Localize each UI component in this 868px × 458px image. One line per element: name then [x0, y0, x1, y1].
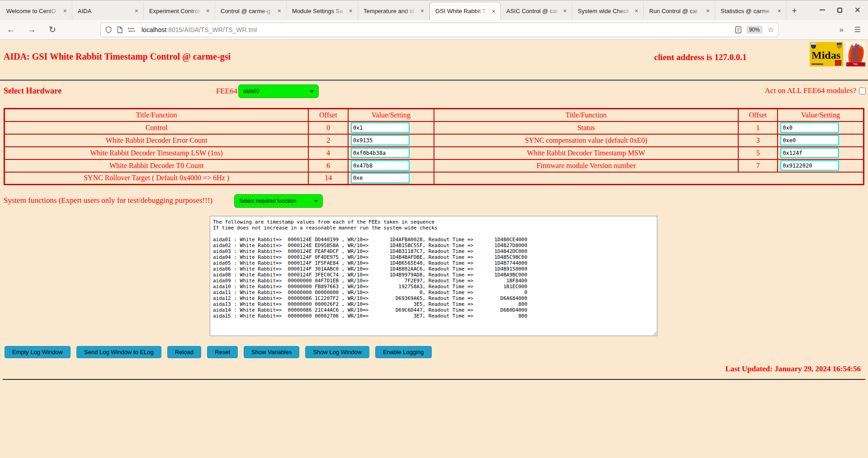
action-button[interactable]: Reset — [207, 346, 238, 358]
reader-mode-icon[interactable] — [735, 26, 741, 33]
tab-close-icon[interactable]: × — [562, 7, 568, 14]
table-row: Control 0 Status 1 — [5, 122, 864, 134]
register-title: White Rabbit Decoder T0 Count — [5, 159, 309, 172]
browser-tab[interactable]: Temperature and st × — [358, 2, 429, 20]
midas-logo-text: Midas — [811, 49, 840, 61]
bookmark-star-icon[interactable]: ☆ — [768, 25, 774, 34]
hamburger-menu-icon[interactable]: ☰ — [854, 25, 861, 34]
register-offset: 14 — [308, 172, 348, 185]
shield-emblem-icon — [837, 43, 842, 49]
tab-label: AIDA — [78, 8, 133, 14]
tab-label: Temperature and st — [363, 8, 419, 14]
action-buttons-row: Empty Log Window Send Log Window to ELog… — [5, 346, 868, 358]
register-offset: 5 — [738, 147, 778, 159]
close-icon[interactable]: ✕ — [854, 8, 861, 13]
register-value-input[interactable] — [351, 148, 410, 158]
tab-close-icon[interactable]: × — [276, 7, 283, 14]
register-title: Status — [434, 122, 738, 134]
browser-tab[interactable]: System wide Check × — [572, 2, 644, 20]
url-bar[interactable]: localhost:8015/AIDA/TS_WR/TS_WR.tml 90% … — [100, 23, 778, 37]
registers-table: Title/Function Offset Value/Setting Titl… — [4, 108, 864, 185]
tab-close-icon[interactable]: × — [419, 7, 425, 14]
forward-icon[interactable]: → — [26, 25, 37, 35]
minimize-icon[interactable] — [820, 9, 825, 10]
tab-close-icon[interactable]: × — [491, 8, 497, 15]
tab-label: GSI White Rabbit T — [435, 8, 491, 14]
register-value-input[interactable] — [351, 122, 410, 133]
browser-tab[interactable]: GSI White Rabbit T × — [429, 2, 501, 20]
action-button[interactable]: Show Log Window — [305, 346, 369, 358]
browser-tab[interactable]: Statistics @ carme × — [715, 2, 787, 20]
zoom-level-badge[interactable]: 90% — [746, 26, 763, 34]
tab-close-icon[interactable]: × — [62, 7, 68, 14]
tcl-feather-icon — [846, 42, 865, 63]
register-title: Firmware module Version number — [434, 159, 738, 172]
tab-close-icon[interactable]: × — [133, 7, 140, 14]
fee64-select-value: aida02 — [243, 88, 259, 94]
page-icon[interactable] — [117, 26, 123, 33]
register-offset: 7 — [738, 159, 778, 172]
tab-close-icon[interactable]: × — [205, 7, 211, 14]
system-functions-row: System functions (Expert users only for … — [0, 194, 868, 208]
overflow-menu-icon[interactable]: » — [840, 26, 843, 34]
tab-strip: Welcome to CentO × AIDA × Experiment Con… — [1, 0, 787, 20]
fee64-label: FEE64 — [216, 87, 237, 96]
tab-close-icon[interactable]: × — [705, 7, 711, 14]
table-row: SYNC Rollover Target ( Default 0x4000 =>… — [5, 172, 864, 185]
act-on-all-checkbox[interactable] — [859, 88, 866, 94]
browser-tab[interactable]: Control @ carme-g × — [215, 2, 287, 20]
fee64-select[interactable]: aida02 — [238, 84, 319, 98]
log-textarea[interactable] — [210, 216, 657, 336]
register-title: White Rabbit Decoder Timestamp LSW (1ns) — [5, 147, 309, 159]
browser-tab[interactable]: Experiment Control × — [144, 2, 215, 20]
register-value-input[interactable] — [351, 135, 410, 145]
table-row: White Rabbit Decoder T0 Count 6 Firmware… — [5, 159, 864, 172]
tab-close-icon[interactable]: × — [348, 7, 354, 14]
tab-label: Experiment Control — [149, 8, 205, 14]
column-header: Title/Function — [434, 109, 738, 122]
browser-tab[interactable]: Welcome to CentO × — [1, 2, 72, 20]
tab-close-icon[interactable]: × — [776, 7, 783, 14]
column-header: Title/Function — [5, 109, 309, 122]
window-controls: ✕ — [812, 0, 868, 20]
register-value-input[interactable] — [780, 135, 839, 145]
page-header: AIDA: GSI White Rabbit Timestamp Control… — [0, 40, 868, 79]
register-value-input[interactable] — [351, 173, 410, 183]
tab-close-icon[interactable]: × — [633, 7, 640, 14]
register-title: SYNC Rollover Target ( Default 0x4000 =>… — [5, 172, 309, 185]
register-offset: 3 — [738, 134, 778, 147]
browser-tab[interactable]: Run Control @ car × — [644, 2, 715, 20]
register-value-input[interactable] — [780, 160, 839, 171]
register-title: White Rabbit Decoder Error Count — [5, 134, 309, 147]
shield-icon[interactable] — [105, 26, 112, 33]
maximize-icon[interactable] — [837, 8, 842, 13]
register-value-input[interactable] — [780, 122, 839, 133]
table-row: White Rabbit Decoder Timestamp LSW (1ns)… — [5, 147, 864, 159]
tab-bar: Welcome to CentO × AIDA × Experiment Con… — [0, 0, 868, 20]
browser-tab[interactable]: AIDA × — [72, 2, 144, 20]
connection-icon[interactable] — [127, 27, 135, 33]
tcl-powered-logo: TCL POWERED — [846, 42, 865, 66]
register-value-input[interactable] — [351, 160, 410, 171]
action-button[interactable]: Reload — [167, 346, 201, 358]
registers-header-row: Title/Function Offset Value/Setting Titl… — [5, 109, 864, 122]
register-title: SYNC compensation value (default 0xE0) — [434, 134, 738, 147]
shield-emblem-icon — [811, 43, 816, 49]
action-button[interactable]: Enable Logging — [375, 346, 431, 358]
action-button[interactable]: Show Variables — [244, 346, 299, 358]
register-value-input[interactable] — [780, 148, 839, 158]
midas-logo-subtext — [811, 63, 823, 65]
url-text[interactable]: localhost:8015/AIDA/TS_WR/TS_WR.tml — [142, 26, 257, 33]
new-tab-button[interactable]: + — [787, 2, 802, 20]
browser-tab[interactable]: ASIC Control @ car × — [501, 2, 572, 20]
action-button[interactable]: Empty Log Window — [5, 346, 71, 358]
url-path: :8015/AIDA/TS_WR/TS_WR.tml — [166, 26, 257, 33]
back-icon[interactable]: ← — [5, 25, 16, 35]
system-functions-select[interactable]: Select required function — [234, 194, 323, 208]
browser-tab[interactable]: Module Settings Sa × — [287, 2, 358, 20]
table-row: White Rabbit Decoder Error Count 2 SYNC … — [5, 134, 864, 147]
register-offset: 1 — [738, 122, 778, 134]
action-button[interactable]: Send Log Window to ELog — [76, 346, 161, 358]
reload-icon[interactable]: ↻ — [47, 24, 58, 35]
system-functions-select-value: Select required function — [239, 198, 296, 204]
